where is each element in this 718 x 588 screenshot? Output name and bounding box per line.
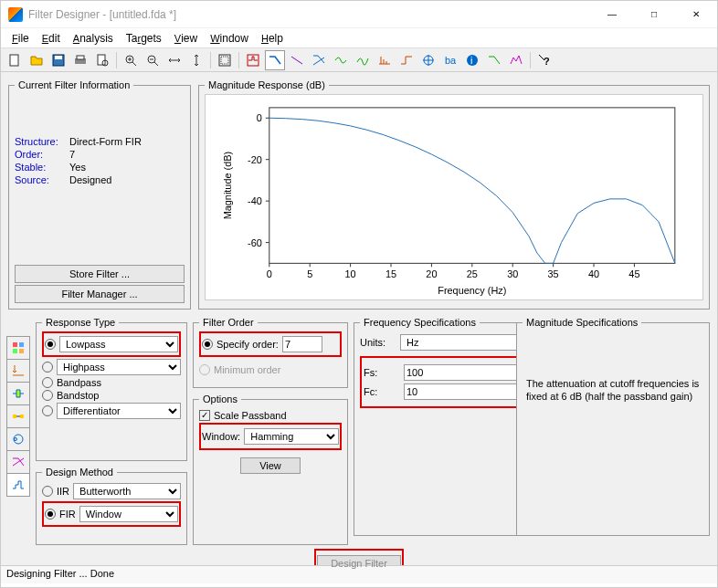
app-icon [8,7,23,22]
new-icon[interactable] [5,50,25,70]
svg-text:45: 45 [628,268,639,279]
svg-text:0: 0 [267,268,272,279]
svg-text:i: i [470,55,472,66]
structure-label: Structure: [15,136,69,147]
svg-rect-49 [19,342,24,347]
toolbar: ba i ? [1,48,717,72]
response-type-legend: Response Type [42,317,119,328]
print-preview-icon[interactable] [92,50,112,70]
group-delay-icon[interactable] [331,50,351,70]
freqspec-legend: Frequency Specifications [360,317,480,328]
roundoff-icon[interactable] [506,50,526,70]
svg-rect-2 [55,56,62,59]
sidebar-design-icon[interactable] [6,336,30,360]
sidebar-realize-icon[interactable] [6,404,30,428]
filter-order-panel: Filter Order Specify order: Minimum orde… [193,317,348,388]
close-button[interactable]: ✕ [675,1,717,28]
svg-rect-17 [269,108,675,263]
order-label: Order: [15,149,69,160]
magnitude-resp-icon[interactable] [265,50,285,70]
menu-help[interactable]: Help [261,32,283,45]
step-resp-icon[interactable] [396,50,417,70]
fs-label: Fs: [364,367,400,378]
svg-rect-50 [13,349,17,353]
menu-edit[interactable]: Edit [42,32,60,45]
svg-text:5: 5 [307,268,312,279]
svg-text:Frequency (Hz): Frequency (Hz) [438,285,506,296]
full-view-icon[interactable] [215,50,235,70]
open-icon[interactable] [26,50,47,70]
magphase-icon[interactable] [309,50,329,70]
menu-targets[interactable]: Targets [126,32,162,45]
svg-point-55 [15,438,17,441]
sidebar-multirate-icon[interactable] [6,382,30,405]
filter-manager-button[interactable]: Filter Manager ... [15,285,185,303]
zoom-in-icon[interactable] [121,50,141,70]
bandstop-radio[interactable] [42,390,53,401]
magspec-text: The attenuation at cutoff frequencies is… [523,377,703,404]
specify-order-input[interactable] [282,336,322,352]
zoom-y-icon[interactable] [186,50,206,70]
filter-spec-icon[interactable] [243,50,263,70]
store-filter-button[interactable]: Store Filter ... [15,265,185,283]
bandpass-radio[interactable] [42,377,53,388]
source-label: Source: [15,174,69,185]
sidebar-polezero-icon[interactable] [6,427,30,451]
sidebar-transform-icon[interactable] [6,450,30,474]
print-icon[interactable] [70,50,90,70]
svg-point-54 [14,435,23,444]
sidebar-import-icon[interactable] [6,359,30,383]
bandstop-label: Bandstop [57,390,99,401]
fir-select[interactable]: Window [79,506,178,522]
svg-text:Magnitude (dB): Magnitude (dB) [222,152,233,219]
lowpass-radio[interactable] [45,339,56,350]
polezero-icon[interactable] [418,50,438,70]
fir-radio[interactable] [45,509,56,520]
window-select[interactable]: Hamming [244,428,339,445]
fc-label: Fc: [364,386,400,397]
magnitude-plot: 0510152025303540450-20-40-60Frequency (H… [205,94,703,300]
main-area: Current Filter Information Structure: Di… [1,72,717,565]
filter-info-panel: Current Filter Information Structure: Di… [8,79,191,310]
minimize-button[interactable]: — [591,1,633,28]
impulse-resp-icon[interactable] [375,50,395,70]
lowpass-select[interactable]: Lowpass [59,336,178,352]
svg-text:?: ? [544,56,550,67]
fir-label: FIR [59,509,76,520]
zoom-x-icon[interactable] [164,50,185,70]
differentiator-radio[interactable] [42,405,53,416]
phase-resp-icon[interactable] [287,50,307,70]
highpass-select[interactable]: Highpass [57,359,181,375]
svg-text:15: 15 [385,268,396,279]
design-method-legend: Design Method [42,467,117,478]
view-button[interactable]: View [240,457,301,474]
phase-delay-icon[interactable] [353,50,373,70]
info-icon[interactable]: i [462,50,482,70]
menu-window[interactable]: Window [210,32,248,45]
svg-rect-52 [13,415,16,418]
menu-view[interactable]: View [174,32,197,45]
scale-passband-check[interactable] [199,410,210,421]
bandpass-label: Bandpass [57,377,101,388]
coefficients-icon[interactable]: ba [440,50,460,70]
svg-text:25: 25 [467,268,478,279]
differentiator-select[interactable]: Differentiator [57,403,181,419]
magest-icon[interactable] [484,50,504,70]
order-value: 7 [69,149,185,160]
maximize-button[interactable]: □ [633,1,675,28]
stable-value: Yes [69,162,185,173]
filter-order-legend: Filter Order [199,317,258,328]
context-help-icon[interactable]: ? [534,50,554,70]
stable-label: Stable: [15,162,69,173]
menu-analysis[interactable]: Analysis [73,32,113,45]
magnitude-spec-panel: Magnitude Specifications The attenuation… [516,317,710,536]
iir-select[interactable]: Butterworth [73,483,181,499]
specify-order-radio[interactable] [202,339,213,350]
save-icon[interactable] [48,50,69,70]
sidebar-quantize-icon[interactable] [6,473,30,497]
highpass-radio[interactable] [42,362,53,373]
magresp-legend: Magnitude Response (dB) [205,79,329,90]
menu-file[interactable]: File [12,32,29,45]
zoom-out-icon[interactable] [143,50,163,70]
iir-radio[interactable] [42,486,53,497]
